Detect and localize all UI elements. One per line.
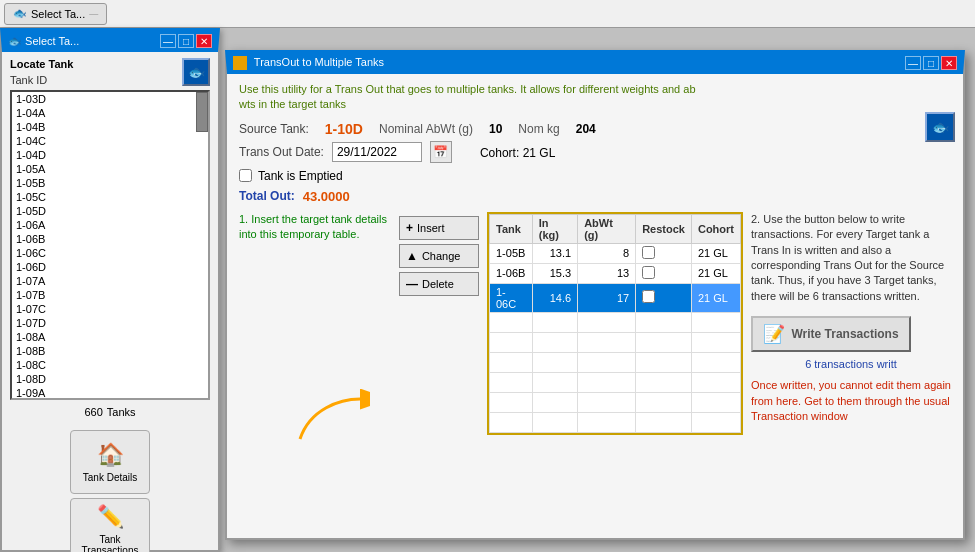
tank-emptied-checkbox[interactable] [239, 169, 252, 182]
insert-label: Insert [417, 222, 445, 234]
transactions-written: 6 transactions writt [751, 358, 951, 370]
main-left-content: Use this utility for a Trans Out that go… [239, 82, 699, 212]
write-transactions-btn[interactable]: 📝 Write Transactions [751, 316, 911, 352]
col-abwt: AbWt (g) [578, 214, 636, 243]
main-content: Use this utility for a Trans Out that go… [227, 74, 963, 443]
corner-icon-symbol: 🐟 [188, 64, 205, 80]
fish-icon: 🐟 [13, 7, 27, 20]
tank-list-item[interactable]: 1-05A [12, 162, 208, 176]
table-body: 1-05B13.1821 GL1-06B15.31321 GL1-06C14.6… [490, 243, 741, 432]
tank-list-item[interactable]: 1-05C [12, 190, 208, 204]
tank-list-item[interactable]: 1-06C [12, 246, 208, 260]
step1-text: 1. Insert the target tank details into t… [239, 212, 391, 243]
tank-list-container[interactable]: 1-03D1-04A1-04B1-04C1-04D1-05A1-05B1-05C… [10, 90, 210, 400]
select-tank-title: 🐟 Select Ta... [8, 35, 79, 48]
taskbar-select-btn[interactable]: 🐟 Select Ta... — [4, 3, 107, 25]
cohort-value: 21 GL [523, 146, 556, 160]
select-tank-window: 🐟 Select Ta... — □ ✕ Locate Tank 🐟 Tank … [0, 28, 220, 552]
tank-list-item[interactable]: 1-07D [12, 316, 208, 330]
tank-list-item[interactable]: 1-06D [12, 260, 208, 274]
cell-restock [636, 243, 692, 263]
write-icon: 📝 [763, 323, 785, 345]
main-title-area: TransOut to Multiple Tanks [233, 56, 384, 70]
source-value: 1-10D [325, 121, 363, 137]
taskbar-btn-label: Select Ta... [31, 8, 85, 20]
table-row-empty [490, 332, 741, 352]
tank-list-item[interactable]: 1-07C [12, 302, 208, 316]
main-close-btn[interactable]: ✕ [941, 56, 957, 70]
restock-checkbox[interactable] [642, 246, 655, 259]
main-title-controls: — □ ✕ [905, 56, 957, 70]
tank-list-item[interactable]: 1-06A [12, 218, 208, 232]
tank-list-item[interactable]: 1-05B [12, 176, 208, 190]
restock-checkbox[interactable] [642, 266, 655, 279]
main-corner-icon[interactable]: 🐟 [925, 112, 955, 142]
tank-list-item[interactable]: 1-05D [12, 204, 208, 218]
table-row[interactable]: 1-06C14.61721 GL [490, 283, 741, 312]
tank-list-item[interactable]: 1-08C [12, 358, 208, 372]
table-row-empty [490, 312, 741, 332]
main-top-row: Use this utility for a Trans Out that go… [239, 82, 951, 212]
nominal-abwt-value: 10 [489, 122, 502, 136]
tank-list-item[interactable]: 1-08A [12, 330, 208, 344]
table-row[interactable]: 1-05B13.1821 GL [490, 243, 741, 263]
scrollbar-thumb[interactable] [196, 92, 208, 132]
trans-out-date-label: Trans Out Date: [239, 145, 324, 159]
cell-abwt: 13 [578, 263, 636, 283]
tank-list[interactable]: 1-03D1-04A1-04B1-04C1-04D1-05A1-05B1-05C… [12, 92, 208, 400]
select-tank-titlebar: 🐟 Select Ta... — □ ✕ [2, 30, 218, 52]
warning-text: Once written, you cannot edit them again… [751, 378, 951, 424]
tank-emptied-row: Tank is Emptied [239, 169, 699, 183]
total-out-value: 43.0000 [303, 189, 350, 204]
tank-emptied-label: Tank is Emptied [258, 169, 343, 183]
nominal-abwt-label: Nominal AbWt (g) [379, 122, 473, 136]
tank-list-item[interactable]: 1-04D [12, 148, 208, 162]
main-maximize-btn[interactable]: □ [923, 56, 939, 70]
tank-list-item[interactable]: 1-08B [12, 344, 208, 358]
change-btn[interactable]: ▲ Change [399, 244, 479, 268]
tank-list-item[interactable]: 1-04B [12, 120, 208, 134]
tank-list-item[interactable]: 1-07B [12, 288, 208, 302]
tank-list-item[interactable]: 1-09A [12, 386, 208, 400]
window-controls: — □ ✕ [160, 34, 212, 48]
fish-title-icon: 🐟 [8, 35, 22, 47]
main-titlebar: TransOut to Multiple Tanks — □ ✕ [227, 52, 963, 74]
cell-cohort: 21 GL [691, 263, 740, 283]
insert-btn[interactable]: + Insert [399, 216, 479, 240]
tank-transactions-btn[interactable]: ✏️ Tank Transactions [70, 498, 150, 552]
delete-btn[interactable]: — Delete [399, 272, 479, 296]
data-table-wrapper: Tank In (kg) AbWt (g) Restock Cohort 1-0… [487, 212, 743, 435]
tank-list-item[interactable]: 1-06B [12, 232, 208, 246]
delete-icon: — [406, 277, 418, 291]
calendar-btn[interactable]: 📅 [430, 141, 452, 163]
tank-details-btn[interactable]: 🏠 Tank Details [70, 430, 150, 494]
close-btn[interactable]: ✕ [196, 34, 212, 48]
source-label: Source Tank: [239, 122, 309, 136]
tanks-label: Tanks [107, 406, 136, 418]
tank-list-item[interactable]: 1-04A [12, 106, 208, 120]
change-label: Change [422, 250, 461, 262]
table-row-empty [490, 412, 741, 432]
corner-icon-btn[interactable]: 🐟 [182, 58, 210, 86]
table-section: 1. Insert the target tank details into t… [239, 212, 951, 435]
tank-list-item[interactable]: 1-04C [12, 134, 208, 148]
col-in-kg: In (kg) [532, 214, 577, 243]
right-info-text: 2. Use the button below to write transac… [751, 212, 951, 304]
tank-list-item[interactable]: 1-07A [12, 274, 208, 288]
trans-out-date-input[interactable] [332, 142, 422, 162]
step1-area: 1. Insert the target tank details into t… [239, 212, 399, 435]
minimize-btn[interactable]: — [160, 34, 176, 48]
tank-count: 660 [84, 406, 102, 418]
table-row[interactable]: 1-06B15.31321 GL [490, 263, 741, 283]
maximize-btn[interactable]: □ [178, 34, 194, 48]
source-row: Source Tank: 1-10D Nominal AbWt (g) 10 N… [239, 121, 699, 137]
tank-list-item[interactable]: 1-03D [12, 92, 208, 106]
tank-list-item[interactable]: 1-08D [12, 372, 208, 386]
col-tank: Tank [490, 214, 533, 243]
main-minimize-btn[interactable]: — [905, 56, 921, 70]
nom-kg-value: 204 [576, 122, 596, 136]
delete-label: Delete [422, 278, 454, 290]
col-restock: Restock [636, 214, 692, 243]
right-panel: 2. Use the button below to write transac… [751, 212, 951, 435]
restock-checkbox[interactable] [642, 290, 655, 303]
